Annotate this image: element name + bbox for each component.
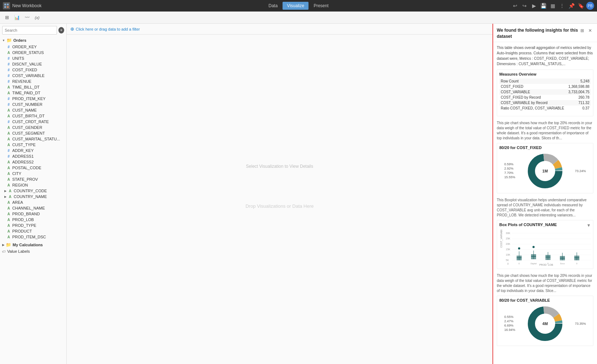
list-item[interactable]: # CUST_NUMBER [0, 102, 66, 107]
svg-text:0: 0 [576, 262, 578, 265]
main-layout: + ▼ 📁 Orders # ORDER_KEY A ORDER_STATUS … [0, 24, 597, 364]
chart3-label-3: 16.94% [504, 328, 516, 332]
list-item[interactable]: # CUST_CRDT_RATE [0, 119, 66, 125]
list-item[interactable]: # REVENUE [0, 78, 66, 84]
chart3-label-0: 0.55% [504, 315, 516, 319]
list-item[interactable]: A CITY [0, 171, 66, 176]
list-item[interactable]: A TIME_BILL_DT [0, 84, 66, 90]
list-item[interactable]: A CUST_GENDER [0, 125, 66, 130]
chart2-plot: COST_VARIABLE by 30K 25K 20K 15K 10K 5K … [499, 230, 591, 266]
svg-rect-29 [531, 254, 536, 259]
fx-icon[interactable]: (x) [33, 14, 41, 22]
svg-point-31 [532, 246, 535, 248]
canvas-drop-hint: Drop Visualizations or Data Here [246, 203, 314, 208]
pin-icon[interactable]: 📌 [567, 2, 575, 10]
list-item[interactable]: A CUST_TYPE [0, 142, 66, 148]
list-item[interactable]: # DISCNT_VALUE [0, 61, 66, 67]
layout-icon[interactable]: ▦ [549, 2, 557, 10]
table-icon[interactable]: ⊞ [3, 14, 11, 22]
measure-value: 711.32 [567, 100, 591, 105]
chart2-menu[interactable]: ▼ [587, 223, 591, 228]
measure-value: 0.37 [567, 105, 591, 111]
measure-value: 1,368,598.88 [567, 84, 591, 89]
chart3-label-2: 6.69% [504, 324, 516, 327]
tab-visualize[interactable]: Visualize [283, 2, 309, 10]
measure-value: 5,248 [567, 78, 591, 84]
list-item[interactable]: A PROD_BRAND [0, 211, 66, 217]
chart3-donut: 0.55% 2.47% 6.69% 16.94% 4M [499, 304, 591, 343]
play-icon[interactable]: ▶ [530, 2, 538, 10]
grid-icon[interactable]: ⊞ [579, 27, 585, 34]
measure-value: 3,733,004.75 [567, 89, 591, 95]
tab-present[interactable]: Present [309, 2, 333, 10]
svg-text:4M: 4M [542, 322, 548, 326]
insights-panel: We found the following insights for this… [492, 24, 597, 364]
chart1-label-4: 73.24% [575, 169, 586, 173]
list-item[interactable]: A CUST_NAME [0, 107, 66, 113]
canvas-drop-area[interactable]: Select Visualization to View Details Dro… [67, 35, 492, 364]
insights-body: This table shows overall aggregation of … [493, 42, 597, 353]
table-row: COST_VARIABLE 3,733,004.75 [499, 89, 591, 95]
chart2-svg: COST_VARIABLE by 30K 25K 20K 15K 10K 5K … [499, 230, 593, 266]
top-nav-bar: New Workbook Data Visualize Present ↩ ↪ … [0, 0, 597, 12]
chart3-container: 80/20 for COST_VARIABLE 0.55% 2.47% 6.69… [497, 296, 593, 346]
add-field-button[interactable]: + [58, 27, 64, 33]
list-item[interactable]: A CHANNEL_NAME [0, 205, 66, 211]
line-chart-icon[interactable]: 〰 [23, 14, 31, 22]
svg-text:0: 0 [518, 262, 520, 265]
chart1-labels: 0.59% 2.92% 7.70% 15.55% [504, 162, 516, 180]
filter-bar[interactable]: ⊕ Click here or drag data to add a filte… [67, 24, 492, 35]
tree-group-calculations[interactable]: ▶ 📁 My Calculations [0, 241, 66, 248]
measure-label: Row Count [499, 78, 567, 84]
measures-table: Row Count 5,248 COST_FIXED 1,368,598.88 … [499, 78, 591, 111]
list-item[interactable]: # COST_VARIABLE [0, 73, 66, 78]
list-item[interactable]: # ADDR_KEY [0, 148, 66, 153]
insights-panel-header: We found the following insights for this… [493, 24, 597, 42]
chart2-container: Box Plots of COUNTRY_NAME ▼ COST_VARIABL… [497, 220, 593, 269]
chart2-description: This Boxplot visualization helps underst… [497, 198, 593, 218]
list-item[interactable]: # ADDRESS1 [0, 153, 66, 159]
undo-icon[interactable]: ↩ [511, 2, 519, 10]
tree-group-country-code[interactable]: ▶ A COUNTRY_CODE [0, 188, 66, 194]
chart-icon[interactable]: 📊 [13, 14, 21, 22]
list-item[interactable]: A CUST_MARITAL_STATU... [0, 136, 66, 142]
list-item[interactable]: A PRODUCT [0, 228, 66, 234]
list-item[interactable]: A AREA [0, 199, 66, 205]
tree-group-country-name[interactable]: ▶ A COUNTRY_NAME [0, 194, 66, 199]
chart1-description: This pie chart shows how much the top 20… [497, 121, 593, 141]
save-icon[interactable]: 💾 [539, 2, 547, 10]
more-icon[interactable]: ⋮ [558, 2, 566, 10]
list-item[interactable]: # UNITS [0, 55, 66, 61]
svg-rect-3 [7, 6, 9, 8]
measure-label: COST_VARIABLE [499, 89, 567, 95]
tree-group-orders[interactable]: ▼ 📁 Orders [0, 37, 66, 44]
value-labels-item[interactable]: 🏷 Value Labels [0, 248, 66, 254]
list-item[interactable]: # PROD_ITEM_KEY [0, 96, 66, 102]
list-item[interactable]: # ORDER_KEY [0, 44, 66, 50]
list-item[interactable]: A POSTAL_CODE [0, 165, 66, 171]
list-item[interactable]: A PROD_TYPE [0, 223, 66, 228]
list-item[interactable]: A PROD_LOB [0, 217, 66, 223]
search-input[interactable] [2, 26, 57, 35]
list-item[interactable]: A CUST_SEGMENT [0, 130, 66, 136]
tab-data[interactable]: Data [264, 2, 282, 10]
list-item[interactable]: # COST_FIXED [0, 67, 66, 73]
list-item[interactable]: A STATE_PROV [0, 176, 66, 182]
list-item[interactable]: A REGION [0, 182, 66, 188]
svg-text:30K: 30K [506, 232, 510, 234]
list-item[interactable]: A CUST_BIRTH_DT [0, 113, 66, 119]
user-avatar[interactable]: PB [586, 2, 594, 10]
list-item[interactable]: A PROD_ITEM_DSC [0, 234, 66, 240]
list-item[interactable]: A ADDRESS2 [0, 159, 66, 165]
bookmark-icon[interactable]: 🔖 [577, 2, 585, 10]
svg-text:5K: 5K [506, 259, 509, 261]
list-item[interactable]: A TIME_PAID_DT [0, 90, 66, 96]
insights-description: This table shows overall aggregation of … [497, 45, 593, 67]
svg-text:20K: 20K [506, 243, 510, 245]
chart1-title: 80/20 for COST_FIXED [499, 145, 591, 150]
close-insights-icon[interactable]: ✕ [587, 27, 593, 34]
list-item[interactable]: A ORDER_STATUS [0, 50, 66, 55]
svg-text:25K: 25K [506, 237, 510, 240]
toolbar: ⊞ 📊 〰 (x) [0, 12, 597, 24]
redo-icon[interactable]: ↪ [521, 2, 529, 10]
